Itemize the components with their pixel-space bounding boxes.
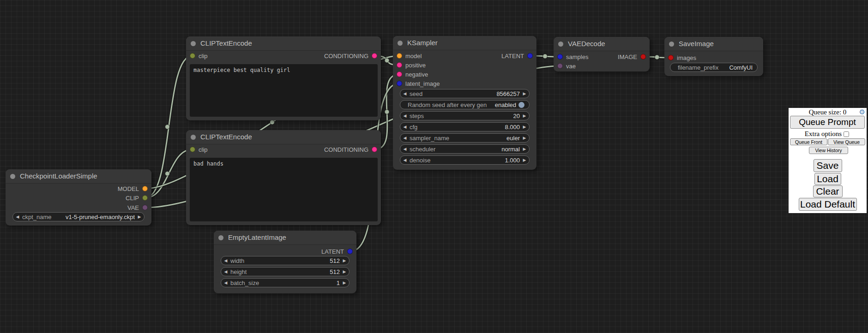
view-history-button[interactable]: View History <box>809 147 848 154</box>
queue-prompt-button[interactable]: Queue Prompt <box>790 116 865 129</box>
queue-size-label: Queue size: 0 <box>789 108 867 116</box>
increment-icon[interactable]: ▶ <box>520 158 529 162</box>
decrement-icon[interactable]: ◀ <box>400 113 410 118</box>
node-ksampler[interactable]: KSampler model positive negative latent_… <box>393 36 536 170</box>
node-checkpointloadersimple[interactable]: CheckpointLoaderSimple MODEL CLIP VAE ◀ … <box>6 169 151 226</box>
widget-cfg[interactable]: ◀ cfg 8.000 ▶ <box>400 122 530 131</box>
output-dot-clip[interactable] <box>142 195 148 201</box>
output-dot-image[interactable] <box>640 54 646 59</box>
node-collapse-dot-icon[interactable] <box>398 41 403 46</box>
output-slot-latent: LATENT <box>393 51 536 60</box>
widget-width[interactable]: ◀ width 512 ▶ <box>221 256 350 265</box>
output-dot-latent[interactable] <box>347 249 353 254</box>
decrement-icon[interactable]: ◀ <box>400 125 410 129</box>
increment-icon[interactable]: ▶ <box>520 125 529 129</box>
increment-icon[interactable]: ▶ <box>135 214 144 219</box>
widget-steps[interactable]: ◀ steps 20 ▶ <box>400 111 530 120</box>
output-dot-model[interactable] <box>142 186 148 191</box>
node-emptylatentimage[interactable]: EmptyLatentImage LATENT ◀ width 512 ▶ ◀ … <box>214 231 356 293</box>
node-cliptextencode-negative[interactable]: CLIPTextEncode clip CONDITIONING bad han… <box>186 130 381 225</box>
output-slot-vae: VAE <box>6 203 151 212</box>
decrement-icon[interactable]: ◀ <box>400 136 410 140</box>
node-collapse-dot-icon[interactable] <box>558 42 563 47</box>
widget-filename-prefix[interactable]: filename_prefix ComfyUI <box>670 63 758 72</box>
node-title-bar[interactable]: SaveImage <box>664 37 763 51</box>
node-collapse-dot-icon[interactable] <box>10 174 15 179</box>
node-collapse-dot-icon[interactable] <box>669 42 674 47</box>
slot-label: MODEL <box>118 185 139 192</box>
decrement-icon[interactable]: ◀ <box>13 214 22 219</box>
widget-label: scheduler <box>410 146 435 153</box>
extra-options-label: Extra options <box>805 130 842 137</box>
node-collapse-dot-icon[interactable] <box>191 41 196 46</box>
widget-value: 1 <box>259 279 340 286</box>
slot-label: LATENT <box>501 53 524 59</box>
decrement-icon[interactable]: ◀ <box>221 269 230 274</box>
decrement-icon[interactable]: ◀ <box>221 258 230 263</box>
output-dot-latent[interactable] <box>527 53 533 59</box>
decrement-icon[interactable]: ◀ <box>221 280 230 285</box>
output-dot-conditioning[interactable] <box>372 53 377 59</box>
output-slot-model: MODEL <box>6 184 151 193</box>
node-graph-canvas[interactable]: CheckpointLoaderSimple MODEL CLIP VAE ◀ … <box>0 0 868 333</box>
load-default-button[interactable]: Load Default <box>799 198 857 211</box>
output-slot-clip: CLIP <box>6 193 151 202</box>
settings-gear-icon[interactable]: ⚙ <box>859 108 865 115</box>
link-midpoint-dot <box>165 125 170 129</box>
link-midpoint-dot <box>385 58 389 63</box>
save-button[interactable]: Save <box>814 159 842 172</box>
load-button[interactable]: Load <box>814 173 841 185</box>
decrement-icon[interactable]: ◀ <box>400 147 410 151</box>
decrement-icon[interactable]: ◀ <box>400 91 410 96</box>
widget-height[interactable]: ◀ height 512 ▶ <box>221 267 350 276</box>
input-dot-images[interactable] <box>668 55 674 60</box>
link-midpoint-dot <box>543 54 548 59</box>
widget-batch-size[interactable]: ◀ batch_size 1 ▶ <box>221 278 350 287</box>
input-slot-images: images <box>664 53 763 62</box>
queue-front-button[interactable]: Queue Front <box>790 138 827 145</box>
input-dot-negative[interactable] <box>397 71 402 77</box>
node-vaedecode[interactable]: VAEDecode samples vae IMAGE <box>554 37 650 71</box>
clear-button[interactable]: Clear <box>813 185 843 197</box>
view-queue-button[interactable]: View Queue <box>828 138 865 145</box>
input-dot-positive[interactable] <box>397 62 402 68</box>
widget-random-seed[interactable]: Random seed after every gen enabled <box>400 100 530 109</box>
increment-icon[interactable]: ▶ <box>520 136 529 140</box>
negative-prompt-textarea[interactable]: bad hands <box>190 158 378 221</box>
increment-icon[interactable]: ▶ <box>340 269 349 274</box>
node-saveimage[interactable]: SaveImage images filename_prefix ComfyUI <box>664 37 763 76</box>
extra-options-checkbox[interactable] <box>844 131 849 137</box>
node-title-bar[interactable]: VAEDecode <box>554 37 650 51</box>
widget-ckpt-name[interactable]: ◀ ckpt_name v1-5-pruned-emaonly.ckpt ▶ <box>12 212 145 221</box>
input-dot-latent-image[interactable] <box>397 81 402 86</box>
widget-denoise[interactable]: ◀ denoise 1.000 ▶ <box>400 155 530 165</box>
node-title-bar[interactable]: KSampler <box>393 36 536 50</box>
node-collapse-dot-icon[interactable] <box>191 135 196 140</box>
output-slot-image: IMAGE <box>554 52 650 61</box>
node-collapse-dot-icon[interactable] <box>218 235 223 240</box>
slot-label: negative <box>405 71 428 78</box>
increment-icon[interactable]: ▶ <box>340 258 349 263</box>
node-cliptextencode-positive[interactable]: CLIPTextEncode clip CONDITIONING masterp… <box>186 36 381 120</box>
decrement-icon[interactable]: ◀ <box>400 158 410 162</box>
increment-icon[interactable]: ▶ <box>520 147 529 151</box>
link-checkpoint-clip-to-negative-encoder <box>145 149 192 198</box>
increment-icon[interactable]: ▶ <box>340 280 349 285</box>
widget-scheduler[interactable]: ◀ scheduler normal ▶ <box>400 144 530 154</box>
toggle-on-icon[interactable] <box>518 102 524 108</box>
positive-prompt-textarea[interactable]: masterpiece best quality girl <box>190 64 378 117</box>
increment-icon[interactable]: ▶ <box>520 113 529 118</box>
node-title-bar[interactable]: CLIPTextEncode <box>186 36 381 51</box>
node-title-bar[interactable]: CLIPTextEncode <box>186 130 381 144</box>
node-title: VAEDecode <box>568 37 605 51</box>
widget-seed[interactable]: ◀ seed 8566257 ▶ <box>400 89 530 98</box>
output-slot-conditioning: CONDITIONING <box>186 51 381 60</box>
slot-label: latent_image <box>405 80 440 87</box>
output-dot-conditioning[interactable] <box>372 147 377 152</box>
node-title-bar[interactable]: CheckpointLoaderSimple <box>6 169 151 184</box>
increment-icon[interactable]: ▶ <box>520 91 529 96</box>
output-dot-vae[interactable] <box>142 205 148 210</box>
widget-sampler-name[interactable]: ◀ sampler_name euler ▶ <box>400 133 530 143</box>
input-dot-vae[interactable] <box>557 63 563 69</box>
node-title-bar[interactable]: EmptyLatentImage <box>214 231 356 245</box>
